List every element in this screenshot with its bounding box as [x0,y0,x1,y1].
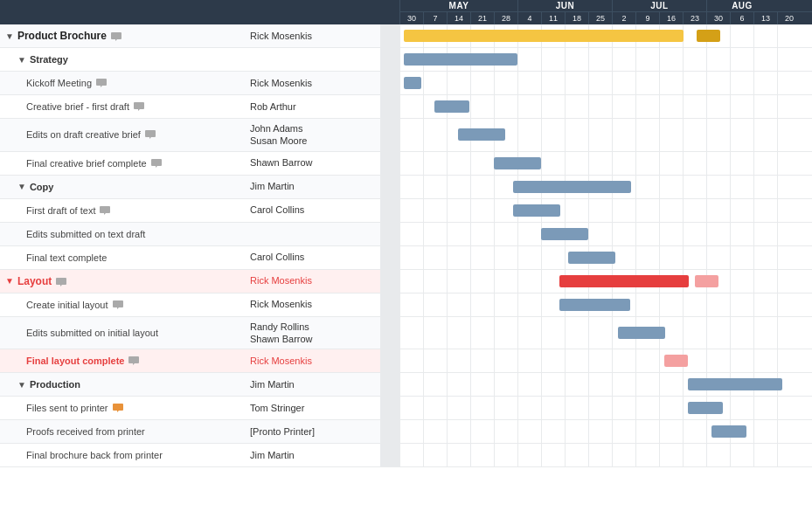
responsible-name: Rob Arthur [250,100,296,113]
date-cell: 13 [753,12,777,24]
month-label-jul: JUL [612,0,706,11]
nav-spacer [380,176,399,198]
gantt-row: First draft of textCarol Collins [0,199,812,223]
responsible-name: Rick Mosenkis [250,274,312,287]
gantt-row: Final text completeCarol Collins [0,246,812,270]
gantt-row: Edits submitted on initial layoutRandy R… [0,317,812,350]
nav-spacer [380,420,399,443]
task-cell: ▼Production [0,373,245,396]
task-cell: ▼Strategy [0,48,245,71]
gantt-row: ▼CopyJim Martin [0,176,812,199]
gantt-row: Final brochure back from printerJim Mart… [0,444,812,467]
date-cell: 4 [517,12,541,24]
chart-cell [399,373,812,396]
nav-spacer [380,223,399,245]
task-label: Final layout complete [26,356,124,366]
month-label-may: MAY [399,0,517,11]
gantt-bar [494,157,541,169]
nav-spacer [380,119,399,151]
month-label-aug: AUG [706,0,777,11]
comment-icon [111,31,121,40]
responsible-cell: Randy Rollins Shawn Barrow [245,317,380,349]
expand-icon[interactable]: ▼ [17,55,26,65]
gantt-container: MAYJUNJULAUG 307142128411182529162330613… [0,0,812,511]
date-cell: 11 [541,12,565,24]
nav-spacer [380,293,399,316]
responsible-name: Rick Mosenkis [250,30,312,42]
task-label: Edits submitted on text draft [26,229,145,239]
nav-spacer [380,152,399,175]
task-cell: First draft of text [0,199,245,222]
task-label: Production [30,379,80,390]
responsible-cell [245,223,380,245]
gantt-row: Proofs received from printer[Pronto Prin… [0,420,812,444]
responsible-name: Shawn Barrow [250,156,313,169]
gantt-bar [404,77,421,89]
task-label: Kickoff Meeting [26,78,92,88]
gantt-bar [458,128,505,141]
date-cell: 21 [470,12,494,24]
task-label: First draft of text [26,205,95,216]
chart-cell [399,176,812,198]
chart-cell [399,24,812,47]
task-cell: Edits submitted on text draft [0,223,245,245]
gantt-bar [404,53,517,66]
gantt-row: Create initial layoutRick Mosenkis [0,293,812,317]
task-label: Strategy [30,54,68,65]
expand-icon[interactable]: ▼ [5,31,14,41]
responsible-name: John Adams Susan Moore [250,122,307,148]
date-cell: 18 [565,12,588,24]
responsible-cell: Carol Collins [245,199,380,222]
comment-icon [151,159,162,168]
gantt-bar [559,275,689,287]
responsible-name: Tom Stringer [250,402,304,414]
responsible-name: Jim Martin [250,180,295,192]
date-cell: 25 [588,12,612,24]
nav-spacer [380,72,399,94]
gantt-bar [697,30,720,42]
chart-cell [399,119,812,151]
chart-cell [399,270,812,293]
expand-icon[interactable]: ▼ [17,380,26,390]
chart-cell [399,95,812,118]
comment-icon [113,300,123,309]
chart-cell [399,199,812,222]
task-cell: Creative brief - first draft [0,95,245,118]
date-cell: 28 [494,12,517,24]
task-label: Product Brochure [17,30,107,42]
responsible-name: Rick Mosenkis [250,355,312,367]
gantt-row: Edits submitted on text draft [0,223,812,246]
expand-icon[interactable]: ▼ [5,276,14,286]
gantt-row: Kickoff MeetingRick Mosenkis [0,72,812,95]
chart-cell [399,72,812,94]
expand-icon[interactable]: ▼ [17,182,26,191]
chart-cell [399,420,812,443]
chart-cell [399,349,812,372]
responsible-cell: Jim Martin [245,373,380,396]
responsible-cell: [Pronto Printer] [245,420,380,443]
date-cell: 16 [659,12,683,24]
chart-cell [399,444,812,466]
date-cell: 9 [635,12,659,24]
task-label: Layout [17,275,52,287]
gantt-bar [404,30,684,42]
task-label: Edits submitted on initial layout [26,328,158,338]
gantt-row: Edits on draft creative briefJohn Adams … [0,119,812,152]
gantt-body: ▼Product BrochureRick Mosenkis▼StrategyK… [0,24,812,511]
chart-cell [399,223,812,245]
date-cell: 20 [777,12,801,24]
date-cell: 2 [612,12,635,24]
task-label: Final brochure back from printer [26,450,163,460]
month-label-jun: JUN [517,0,612,11]
responsible-cell: John Adams Susan Moore [245,119,380,151]
nav-spacer [380,199,399,222]
chart-cell [399,397,812,419]
responsible-cell: Rick Mosenkis [245,349,380,372]
nav-spacer [380,397,399,419]
responsible-name: Rick Mosenkis [250,298,312,310]
comment-icon [56,277,66,286]
gantt-bar [434,100,469,113]
comment-icon [134,102,144,111]
date-cell: 30 [706,12,730,24]
responsible-cell: Carol Collins [245,246,380,269]
